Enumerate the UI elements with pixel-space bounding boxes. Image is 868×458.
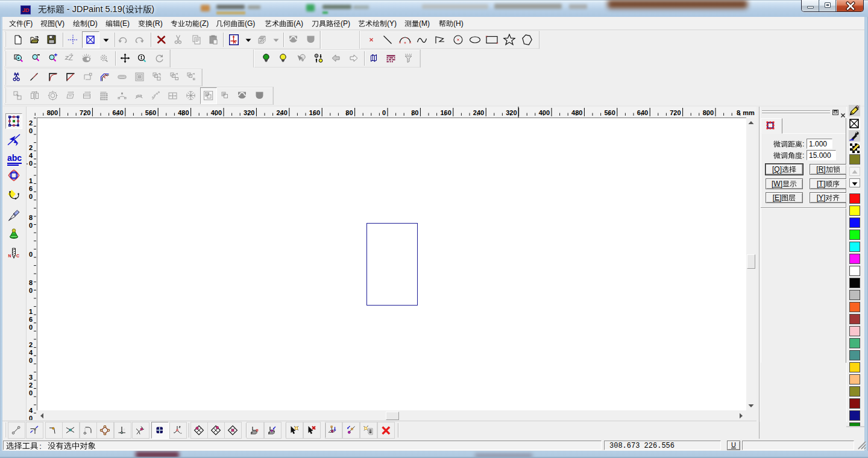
svg-text:N: N [8, 254, 11, 258]
svg-text:C: C [16, 254, 19, 258]
